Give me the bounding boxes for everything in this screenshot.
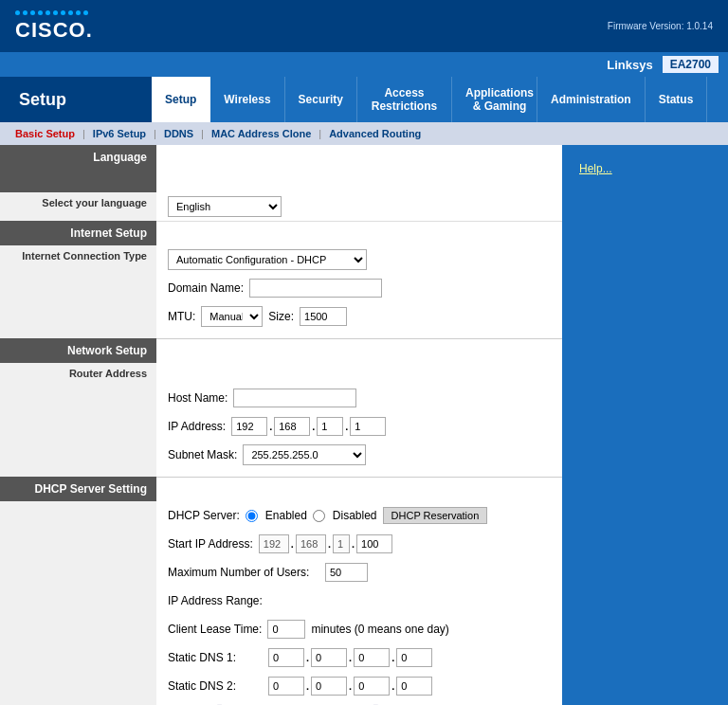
connection-type-content: Automatic Configuration - DHCP Static IP… bbox=[156, 245, 562, 274]
language-select[interactable]: English French German Spanish bbox=[168, 196, 282, 217]
ip-range-row: IP Address Range: bbox=[0, 587, 728, 615]
ip-address-spacer bbox=[0, 412, 156, 441]
nav-tabs: Setup Wireless Security Access Restricti… bbox=[152, 77, 707, 122]
dhcp-enabled-radio[interactable] bbox=[246, 510, 258, 522]
subnet-mask-select[interactable]: 255.255.255.0 255.255.0.0 255.0.0.0 bbox=[243, 444, 366, 465]
static-dns2-spacer bbox=[0, 672, 156, 700]
start-ip-c bbox=[333, 534, 350, 553]
client-lease-input[interactable] bbox=[267, 620, 305, 639]
start-ip-label: Start IP Address: bbox=[168, 537, 253, 551]
ip-c[interactable] bbox=[317, 417, 343, 436]
subnav-basic-setup[interactable]: Basic Setup bbox=[9, 126, 81, 141]
mtu-row: MTU: Auto Manual Size: bbox=[0, 302, 728, 331]
ip-range-spacer bbox=[0, 587, 156, 615]
static-dns2-label: Static DNS 2: bbox=[168, 679, 263, 693]
tab-status[interactable]: Status bbox=[646, 77, 708, 122]
select-language-row: Select your language English French Germ… bbox=[0, 192, 728, 221]
spacer2 bbox=[0, 469, 728, 477]
dns1-d[interactable] bbox=[396, 648, 432, 667]
subnav-advanced-routing[interactable]: Advanced Routing bbox=[323, 126, 427, 141]
client-lease-row: Client Lease Time: minutes (0 means one … bbox=[0, 615, 728, 643]
cisco-logo: CISCO. bbox=[15, 18, 93, 43]
ip-address-content: IP Address: . . . bbox=[156, 412, 562, 441]
domain-name-spacer bbox=[0, 274, 156, 302]
subnav-ddns[interactable]: DDNS bbox=[158, 126, 199, 141]
dhcp-server-spacer bbox=[0, 501, 156, 530]
static-dns3-content: Static DNS 3: . . . bbox=[156, 700, 562, 705]
static-dns2-group: . . . bbox=[268, 677, 432, 696]
firmware-version: Firmware Version: 1.0.14 bbox=[608, 21, 713, 31]
host-name-spacer bbox=[0, 384, 156, 412]
static-dns1-group: . . . bbox=[268, 648, 432, 667]
language-title: Language bbox=[0, 145, 156, 170]
ip-a[interactable] bbox=[231, 417, 267, 436]
dns2-c[interactable] bbox=[354, 677, 390, 696]
host-name-row: Host Name: bbox=[0, 384, 728, 412]
mtu-size-label: Size: bbox=[268, 310, 294, 323]
subnav-ipv6-setup[interactable]: IPv6 Setup bbox=[87, 126, 152, 141]
static-dns1-label: Static DNS 1: bbox=[168, 651, 263, 664]
cisco-header: CISCO. Firmware Version: 1.0.14 bbox=[0, 0, 728, 52]
dns1-b[interactable] bbox=[311, 648, 347, 667]
subnet-mask-content: Subnet Mask: 255.255.255.0 255.255.0.0 2… bbox=[156, 441, 562, 469]
connection-type-select[interactable]: Automatic Configuration - DHCP Static IP… bbox=[168, 249, 367, 270]
client-lease-content: Client Lease Time: minutes (0 means one … bbox=[156, 615, 562, 643]
select-language-label: Select your language bbox=[0, 192, 156, 221]
help-link[interactable]: Help... bbox=[570, 153, 720, 185]
dhcp-disabled-radio[interactable] bbox=[313, 510, 325, 522]
dhcp-reservation-button[interactable]: DHCP Reservation bbox=[383, 507, 488, 524]
dns1-a[interactable] bbox=[268, 648, 304, 667]
static-dns2-content: Static DNS 2: . . . bbox=[156, 672, 562, 700]
domain-name-input[interactable] bbox=[249, 279, 382, 298]
domain-name-content: Domain Name: bbox=[156, 274, 562, 302]
network-setup-header-row: Network Setup bbox=[0, 338, 728, 363]
static-dns3-spacer bbox=[0, 700, 156, 705]
static-dns2-row: Static DNS 2: . . . bbox=[0, 672, 728, 700]
client-lease-label: Client Lease Time: bbox=[168, 623, 262, 636]
dhcp-server-content: DHCP Server: Enabled Disabled DHCP Reser… bbox=[156, 501, 562, 530]
main-layout: Language Help... Select your language En… bbox=[0, 145, 728, 705]
dhcp-title: DHCP Server Setting bbox=[0, 477, 156, 501]
mtu-mode-select[interactable]: Auto Manual bbox=[201, 306, 263, 327]
start-ip-d[interactable] bbox=[356, 534, 392, 553]
dns2-a[interactable] bbox=[268, 677, 304, 696]
dns1-c[interactable] bbox=[354, 648, 390, 667]
dns2-b[interactable] bbox=[311, 677, 347, 696]
static-dns1-content: Static DNS 1: . . . bbox=[156, 643, 562, 672]
dhcp-server-row: DHCP Server: Enabled Disabled DHCP Reser… bbox=[0, 501, 728, 530]
select-language-content: English French German Spanish bbox=[156, 192, 562, 221]
mtu-size-input[interactable] bbox=[300, 307, 347, 326]
connection-type-label: Internet Connection Type bbox=[0, 245, 156, 274]
client-lease-suffix: minutes (0 means one day) bbox=[311, 623, 448, 636]
mtu-spacer bbox=[0, 302, 156, 331]
dhcp-enabled-label: Enabled bbox=[265, 509, 307, 522]
tab-administration[interactable]: Administration bbox=[537, 77, 646, 122]
subnav-mac-address-clone[interactable]: MAC Address Clone bbox=[206, 126, 317, 141]
ip-d[interactable] bbox=[350, 417, 386, 436]
tab-applications-gaming[interactable]: Applications & Gaming bbox=[452, 77, 537, 122]
max-users-label: Maximum Number of Users: bbox=[168, 566, 319, 579]
ip-b[interactable] bbox=[274, 417, 310, 436]
ip-range-label: IP Address Range: bbox=[168, 594, 263, 607]
internet-setup-title: Internet Setup bbox=[0, 221, 156, 245]
max-users-input[interactable] bbox=[325, 563, 368, 582]
tab-security[interactable]: Security bbox=[285, 77, 357, 122]
router-address-header: Router Address bbox=[0, 363, 728, 384]
static-dns3-row: Static DNS 3: . . . bbox=[0, 700, 728, 705]
tab-wireless[interactable]: Wireless bbox=[210, 77, 284, 122]
dns2-d[interactable] bbox=[396, 677, 432, 696]
host-name-input[interactable] bbox=[233, 389, 356, 407]
dhcp-disabled-label: Disabled bbox=[333, 509, 377, 522]
start-ip-row: Start IP Address: . . . bbox=[0, 530, 728, 558]
max-users-row: Maximum Number of Users: bbox=[0, 558, 728, 587]
tab-setup[interactable]: Setup bbox=[152, 77, 210, 122]
tab-access-restrictions[interactable]: Access Restrictions bbox=[357, 77, 452, 122]
start-ip-b bbox=[296, 534, 326, 553]
start-ip-spacer bbox=[0, 530, 156, 558]
start-ip-content: Start IP Address: . . . bbox=[156, 530, 562, 558]
host-name-label: Host Name: bbox=[168, 391, 228, 405]
internet-setup-header-row: Internet Setup bbox=[0, 221, 728, 245]
dhcp-server-label: DHCP Server: bbox=[168, 509, 240, 522]
ip-range-content: IP Address Range: bbox=[156, 587, 562, 615]
cisco-logo-area: CISCO. bbox=[15, 10, 93, 43]
